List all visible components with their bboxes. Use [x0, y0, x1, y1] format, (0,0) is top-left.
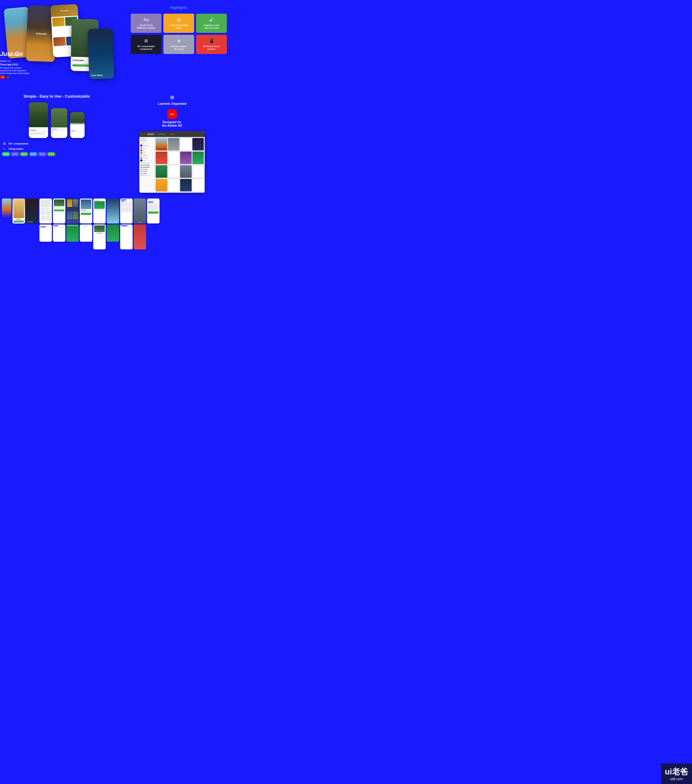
mini-screen-h: [66, 199, 79, 224]
font-preview-5: Ag regular: [140, 173, 153, 175]
mini-screen-a: [2, 199, 12, 218]
screen-d-line2: [40, 209, 48, 210]
pill-arrow-1: [7, 153, 8, 155]
highlights-grid: Aa Google Fonts(Raleway, Playfair) ⊞ Ful…: [131, 14, 227, 54]
screen-j-line: [94, 209, 105, 210]
adobe-canvas: [155, 137, 205, 193]
screen-q-accent: [148, 202, 153, 203]
comp-sm-image: [70, 112, 84, 129]
all-assets-dropdown[interactable]: All Assets ▾: [140, 140, 153, 142]
mini-screen-m: [107, 199, 119, 224]
o-card-6: [129, 207, 132, 212]
components-feature-row: ⊞ 50+ components: [2, 142, 112, 145]
screen-b-hero: [13, 199, 24, 218]
mini-screen-r: [133, 224, 146, 249]
adobe-tab-share: Share: [168, 133, 176, 135]
o-card-1: [121, 202, 124, 207]
mini-screen-b: Just Go: [13, 199, 25, 224]
tagline: Simple - Easy to Use - Customizable: [2, 94, 112, 99]
screen-b-content: Just Go: [13, 199, 25, 224]
layers-icon-area: ⊕: [170, 94, 175, 100]
comp-rating: [30, 133, 43, 135]
pill-dot-5: [40, 153, 41, 155]
highlights-section: Highlights Aa Google Fonts(Raleway, Play…: [127, 4, 231, 84]
mini-screen-j: Great hotel: [93, 199, 106, 224]
swatch-gold-label: gold: [143, 147, 145, 148]
layered-feature: ⊕ Layered, Organized: [158, 94, 186, 105]
canvas-screen-9: [156, 165, 167, 178]
comp-line-1: [30, 132, 47, 132]
screen-c-text: Dive Deep: [27, 221, 33, 222]
font-preview-1: Ag semibold: [140, 164, 153, 166]
comp-icon-add: ⊕: [43, 133, 45, 135]
screen-j-content: Great hotel: [94, 199, 105, 223]
phone-5-text: Dive Deep: [92, 73, 112, 77]
canvas-screen-15: [180, 179, 192, 191]
swatch-blue: [140, 145, 142, 147]
toolbar-nav-icon: ◀: [141, 133, 142, 135]
highlight-customizable: ⊞ Fully customizabledesign: [163, 14, 194, 33]
feature-2: Layered and well organized: [0, 69, 30, 72]
font-row-6: Ag inline text - bod...: [140, 175, 153, 176]
customizable-icon: ⊞: [177, 17, 181, 22]
grid-2: [73, 199, 78, 207]
screen-e-content: [53, 199, 65, 223]
figma-badge: ▲: [6, 76, 10, 79]
comp-icons: ⊕ →: [43, 133, 47, 135]
col-screens-5: [53, 199, 65, 249]
o-card-5: [125, 207, 128, 212]
col-screens-8: Great hotel Colorado: [93, 199, 106, 249]
o-card-2: [125, 202, 128, 207]
swatch-row-darkgrey: dark grey: [140, 157, 153, 159]
font-row-4: Ag regular: [140, 171, 153, 172]
pill-sq-6: [51, 153, 52, 155]
screen-d-card3: [40, 216, 45, 221]
left-info-block: Just Go Vesion 2.0 Travel app UI Kit 42 …: [0, 50, 30, 79]
screen-d-header: [40, 199, 51, 207]
screen-q-btn: [148, 211, 158, 214]
mini-screen-g: [53, 224, 65, 242]
mini-screen-q: [147, 199, 160, 224]
adobe-body: ASSETS All Assets ▾ Colors blue paint go…: [139, 137, 205, 193]
canvas-screen-1: [156, 138, 167, 150]
component-showcase: Colorado ⊕ →: [2, 102, 112, 138]
mini-screen-p: Flights: [133, 199, 146, 224]
screen-o-tabs: [121, 201, 132, 201]
pill-outline-2: [38, 152, 46, 156]
swatch-black: [140, 160, 142, 161]
pill-blue-1: [29, 152, 37, 156]
screen-l-content: Colorado: [94, 225, 105, 249]
swatch-row-black: black: [140, 160, 153, 161]
screen-d-card2: [46, 211, 51, 215]
components-label: 50+ customizablecomponents: [137, 45, 155, 51]
components-feature-icon: ⊞: [2, 142, 7, 145]
comp-phone-small: Colorado ⊕ →: [70, 112, 84, 138]
screen-n-content: [80, 225, 92, 227]
xd-features: ⊕ Layered, Organized Xd Designed forthe …: [158, 94, 186, 127]
col-screens-12: [147, 199, 160, 249]
middle-right: ⊕ Layered, Organized Xd Designed forthe …: [115, 94, 229, 193]
canvas-screen-6: [168, 152, 180, 164]
card-1: [52, 17, 64, 26]
state-group-1: [2, 152, 28, 156]
pill-sq-2: [15, 153, 16, 155]
pill-dot-6: [49, 153, 50, 155]
screen-o-content: [120, 199, 132, 223]
pill-sq-3: [23, 153, 25, 155]
states-pills-row: [2, 152, 112, 156]
grid-4: [73, 211, 78, 219]
pill-dot-3: [21, 153, 23, 155]
highlights-title: Highlights: [131, 6, 227, 10]
pill-arrow-6: [53, 153, 54, 155]
layered-label: Layered, Organized: [158, 102, 186, 105]
pill-sq-5: [42, 153, 43, 155]
swatch-green-label: green: [143, 152, 146, 153]
swatch-row-blue: blue paint: [140, 145, 153, 147]
screen-l-hero: [94, 226, 105, 232]
pill-teal-1: [47, 152, 55, 156]
xd-designed-label: Designed forthe Adobe XD: [162, 120, 182, 127]
char-styles-label: Character Styles: [140, 162, 153, 164]
screen-i-content: Neverland: [80, 199, 92, 223]
swatch-green: [140, 152, 142, 154]
screen-o-label: [121, 199, 127, 200]
